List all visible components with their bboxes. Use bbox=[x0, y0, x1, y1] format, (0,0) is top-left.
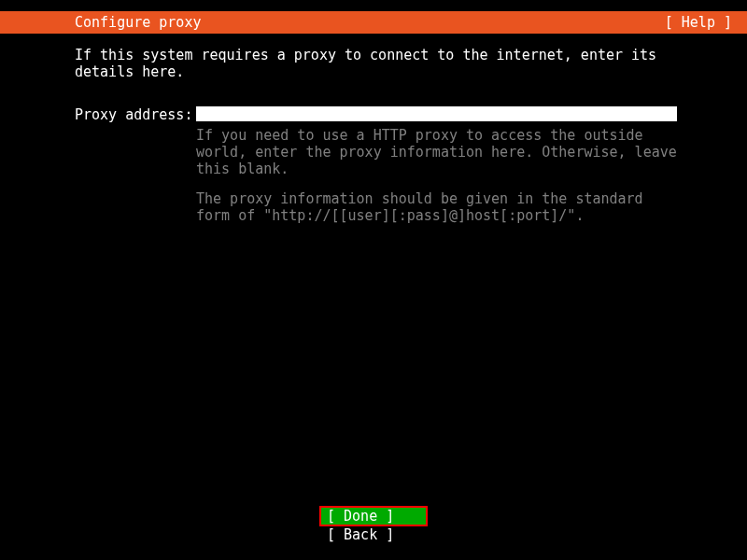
description-text: If this system requires a proxy to conne… bbox=[75, 47, 691, 80]
help-text-2: The proxy information should be given in… bbox=[196, 190, 682, 224]
done-button[interactable]: [ Done ] bbox=[321, 508, 426, 525]
help-button[interactable]: [ Help ] bbox=[665, 14, 732, 31]
footer-buttons: [ Done ] [ Back ] bbox=[0, 508, 747, 543]
page-title: Configure proxy bbox=[75, 14, 201, 31]
header-bar: Configure proxy [ Help ] bbox=[0, 11, 747, 34]
main-content: If this system requires a proxy to conne… bbox=[75, 47, 691, 224]
proxy-address-label: Proxy address: bbox=[75, 106, 196, 123]
proxy-address-input[interactable] bbox=[196, 106, 677, 121]
back-button[interactable]: [ Back ] bbox=[321, 526, 426, 543]
help-text-1: If you need to use a HTTP proxy to acces… bbox=[196, 127, 682, 177]
proxy-form-row: Proxy address: bbox=[75, 106, 691, 123]
